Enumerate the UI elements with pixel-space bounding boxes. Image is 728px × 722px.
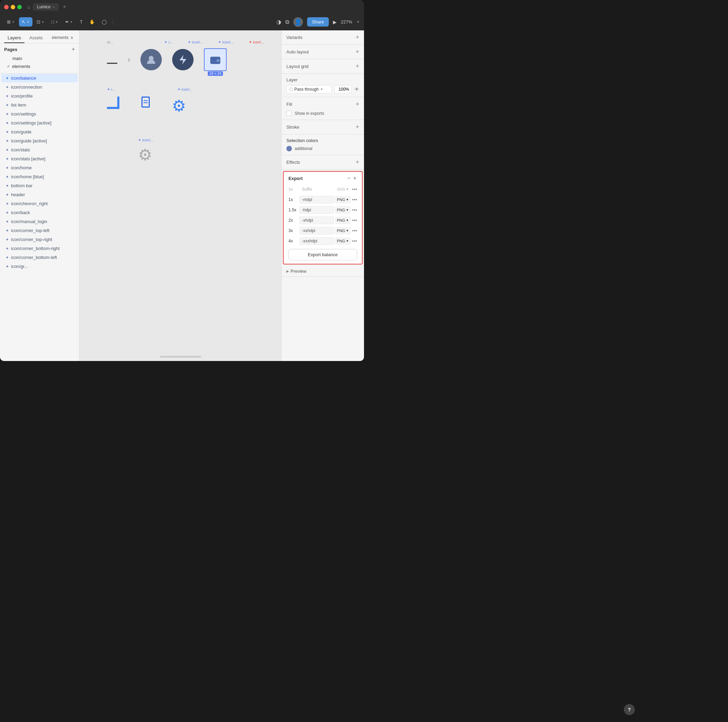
layer-item-list-item[interactable]: ✦ list item	[2, 101, 78, 109]
export-row-5-suffix[interactable]	[300, 237, 334, 245]
main-content: Layers Assets elements ∧ Pages + main ✓ …	[0, 31, 364, 361]
opacity-input[interactable]	[334, 85, 352, 93]
add-effect-button[interactable]: +	[355, 159, 359, 166]
new-tab-button[interactable]: +	[63, 4, 66, 10]
export-plus-button[interactable]: +	[353, 175, 357, 182]
close-button[interactable]	[4, 5, 9, 9]
layer-item-icon-corner-bottom-left[interactable]: ✦ icon/corner_bottom-left	[2, 253, 78, 262]
layer-item-icon-settings[interactable]: ✦ icon/settings	[2, 110, 78, 118]
export-minus-button[interactable]: −	[346, 175, 351, 182]
share-button[interactable]: Share	[307, 17, 329, 26]
auto-layout-header: Auto layout +	[286, 48, 359, 55]
add-auto-layout-button[interactable]: +	[355, 48, 359, 55]
export-row-2-format[interactable]: PNG ▼	[335, 206, 351, 214]
layer-item-icon-home-blue[interactable]: ✦ icon/home [blue]	[2, 172, 78, 181]
layer-item-icon-guide-active[interactable]: ✦ icon/guide [active]	[2, 137, 78, 145]
layer-item-icon-guide[interactable]: ✦ icon/guide	[2, 128, 78, 136]
minimize-button[interactable]	[11, 5, 15, 9]
add-layout-grid-button[interactable]: +	[355, 63, 359, 70]
add-variant-button[interactable]: +	[355, 34, 359, 41]
layer-item-icon-stats-active[interactable]: ✦ icon/stats [active]	[2, 154, 78, 163]
tab-layers[interactable]: Layers	[4, 33, 24, 43]
tab-close-icon[interactable]: ×	[52, 5, 55, 9]
export-row-4-more[interactable]: •••	[352, 228, 357, 234]
fill-title: Fill	[286, 102, 292, 107]
selection-color-dot[interactable]	[286, 146, 292, 151]
selection-color-label: additional	[295, 146, 312, 151]
component-icon: ✦	[6, 112, 9, 116]
component-icon: ✦	[6, 174, 9, 179]
grid-tool[interactable]: ⊞ ▼	[4, 17, 18, 26]
add-page-button[interactable]: +	[72, 46, 75, 52]
tab-title: Lumico	[37, 5, 50, 9]
effects-title: Effects	[286, 160, 300, 165]
canvas[interactable]: n/... ✦ i... ✦ icon/... ✦ icon/... ✦ ico…	[80, 31, 281, 361]
export-row-4-suffix[interactable]	[300, 227, 334, 235]
layer-item-icon-profile[interactable]: ✦ icon/profile	[2, 92, 78, 100]
layer-item-icon-balance[interactable]: ✦ icon/balance	[2, 74, 78, 82]
export-balance-button[interactable]: Export balance	[288, 249, 357, 260]
canvas-book-icon	[141, 96, 150, 108]
layer-item-icon-manual-login[interactable]: ✦ icon/manual_login	[2, 217, 78, 226]
png-2-dropdown-icon: ▼	[346, 208, 349, 212]
stroke-title: Stroke	[286, 124, 300, 130]
layer-item-header[interactable]: ✦ header	[2, 190, 78, 199]
blend-mode-dropdown[interactable]: Pass through ▼	[286, 85, 332, 93]
canvas-profile-icon	[141, 49, 162, 70]
add-fill-button[interactable]: +	[355, 101, 359, 108]
show-in-exports-checkbox[interactable]	[286, 111, 292, 116]
layer-item-icon-chevron-right[interactable]: ✦ icon/chevron_right	[2, 199, 78, 208]
tab-assets[interactable]: Assets	[26, 33, 46, 43]
layer-item-icon-corner-top-left[interactable]: ✦ icon/corner_top-left	[2, 226, 78, 235]
frame-dropdown-icon: ▼	[41, 20, 44, 24]
export-row-1: 1x PNG ▼ •••	[288, 194, 357, 205]
visibility-icon[interactable]: 👁	[354, 87, 359, 92]
zoom-level[interactable]: 227%	[341, 19, 352, 24]
pen-tool[interactable]: ✒ ▼	[63, 17, 76, 26]
export-row-2-suffix[interactable]	[300, 206, 334, 214]
layer-item-icon-back[interactable]: ✦ icon/back	[2, 208, 78, 217]
export-row-1-more[interactable]: •••	[352, 197, 357, 202]
export-row-5-more[interactable]: •••	[352, 238, 357, 244]
canvas-scrollbar[interactable]	[160, 356, 201, 357]
add-stroke-button[interactable]: +	[355, 124, 359, 131]
page-main[interactable]: main	[4, 55, 75, 63]
layer-item-icon-corner-bottom-right[interactable]: ✦ icon/corner_bottom-right	[2, 244, 78, 253]
export-row-3: 2x PNG ▼ •••	[288, 215, 357, 226]
layer-item-icon-corner-top-right[interactable]: ✦ icon/corner_top-right	[2, 235, 78, 244]
export-row-2: 1.5x PNG ▼ •••	[288, 205, 357, 215]
layer-item-bottom-bar[interactable]: ✦ bottom bar	[2, 182, 78, 190]
canvas-wallet-icon-selected[interactable]: 24 × 24	[204, 48, 227, 71]
page-elements[interactable]: ✓ elements	[4, 63, 75, 70]
shape-tool[interactable]: □ ▼	[49, 17, 61, 26]
toolbar-divider	[112, 18, 113, 26]
zoom-dropdown-icon: ▼	[356, 20, 360, 24]
tab-lumico[interactable]: Lumico ×	[33, 3, 59, 11]
traffic-lights	[4, 5, 22, 9]
export-row-4-format[interactable]: PNG ▼	[335, 227, 351, 234]
text-tool[interactable]: T	[77, 17, 85, 26]
export-row-0-more[interactable]: •••	[352, 186, 357, 192]
select-tool[interactable]: ↖ ▼	[19, 17, 32, 26]
export-row-3-more[interactable]: •••	[352, 218, 357, 223]
frame-tool[interactable]: ⊡ ▼	[34, 17, 47, 26]
export-row-5-format[interactable]: PNG ▼	[335, 238, 351, 244]
export-row-2-more[interactable]: •••	[352, 207, 357, 213]
layer-item-icon-connection[interactable]: ✦ icon/connection	[2, 83, 78, 92]
layer-item-icon-settings-active[interactable]: ✦ icon/settings [active]	[2, 119, 78, 127]
play-button[interactable]: ▶	[333, 19, 337, 25]
export-row-3-format[interactable]: PNG ▼	[335, 217, 351, 224]
layer-section-header: Layer	[286, 77, 359, 82]
selection-color-item-additional: additional	[286, 146, 359, 151]
comment-tool[interactable]: ◯	[99, 17, 110, 26]
export-row-1-suffix[interactable]	[300, 196, 334, 203]
export-row-3-suffix[interactable]	[300, 217, 334, 224]
layer-item-icon-gr[interactable]: ✦ icon/gr...	[2, 262, 78, 271]
maximize-button[interactable]	[17, 5, 22, 9]
export-row-1-format[interactable]: PNG ▼	[335, 196, 351, 203]
layer-item-icon-home[interactable]: ✦ icon/home	[2, 163, 78, 172]
home-icon: ⌂	[27, 4, 30, 10]
hand-tool[interactable]: ✋	[87, 17, 98, 26]
layer-item-icon-stats[interactable]: ✦ icon/stats	[2, 145, 78, 154]
preview-toggle[interactable]: ▶ Preview	[286, 269, 359, 274]
